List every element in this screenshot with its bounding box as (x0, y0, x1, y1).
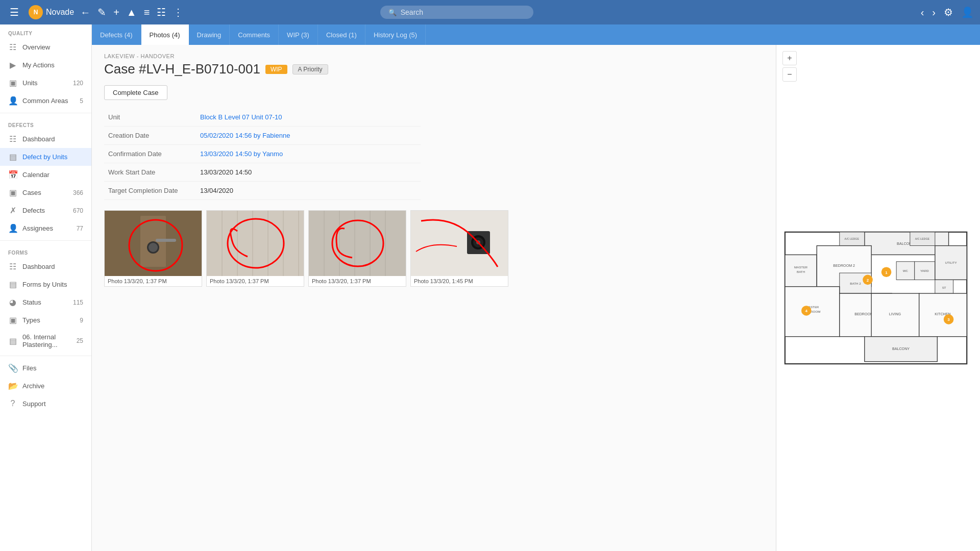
table-row-creation: Creation Date 05/02/2020 14:56 by Fabien… (104, 127, 421, 145)
sidebar-item-internal-plastering[interactable]: ▤ 06. Internal Plastering... 25 (0, 329, 91, 353)
types-icon: ▣ (8, 315, 17, 325)
files-icon: 📎 (8, 363, 17, 373)
defects-icon: ✗ (8, 206, 17, 215)
topbar-actions: ← ✎ + ▲ ≡ ☷ ⋮ (80, 6, 183, 18)
archive-icon: 📂 (8, 381, 17, 391)
back-icon[interactable]: ← (80, 7, 90, 18)
badge-wip: WIP (265, 65, 287, 74)
photo-thumb-2 (207, 211, 304, 276)
creation-date-value[interactable]: 05/02/2020 14:56 by Fabienne (200, 132, 290, 139)
tab-wip[interactable]: WIP (3) (279, 24, 318, 45)
zoom-out-button[interactable]: − (782, 67, 797, 82)
sidebar-item-forms-by-units[interactable]: ▤ Forms by Units (0, 276, 91, 293)
photo-item-3[interactable]: Photo 13/3/20, 1:37 PM (308, 210, 406, 287)
user-icon[interactable]: 👤 (961, 6, 974, 18)
svg-text:BEDROOM 2: BEDROOM 2 (833, 264, 855, 268)
types-count: 9 (80, 317, 83, 324)
photo-caption-4: Photo 13/3/20, 1:45 PM (411, 276, 508, 286)
svg-text:3: 3 (947, 317, 950, 322)
sidebar-item-assignees[interactable]: 👤 Assignees 77 (0, 219, 91, 237)
photo-item-4[interactable]: Photo 13/3/20, 1:45 PM (410, 210, 508, 287)
sidebar-item-forms-dashboard[interactable]: ☷ Dashboard (0, 258, 91, 276)
sidebar-item-common-areas[interactable]: 👤 Common Areas 5 (0, 92, 91, 110)
tab-drawing[interactable]: Drawing (189, 24, 230, 45)
confirmation-date-value[interactable]: 13/03/2020 14:50 by Yanmo (200, 150, 283, 158)
sidebar-item-files[interactable]: 📎 Files (0, 359, 91, 377)
sidebar-item-overview[interactable]: ☷ Overview (0, 38, 91, 56)
photo-item-1[interactable]: Photo 13/3/20, 1:37 PM (104, 210, 202, 287)
svg-text:YARD: YARD (920, 269, 929, 272)
status-icon: ◕ (8, 297, 17, 307)
logo-icon: N (29, 5, 43, 19)
photo-item-2[interactable]: Photo 13/3/20, 1:37 PM (206, 210, 304, 287)
svg-text:2: 2 (867, 278, 869, 283)
photo-caption-3: Photo 13/3/20, 1:37 PM (309, 276, 406, 286)
sidebar: QUALITY ☷ Overview ▶ My Actions ▣ Units … (0, 24, 92, 551)
sidebar-item-defect-dashboard[interactable]: ☷ Dashboard (0, 130, 91, 148)
sidebar-item-units[interactable]: ▣ Units 120 (0, 74, 91, 92)
sidebar-label-defect-by-units: Defect by Units (22, 153, 83, 161)
main-layout: QUALITY ☷ Overview ▶ My Actions ▣ Units … (0, 24, 980, 551)
content-area: LAKEVIEW - HANDOVER Case #LV-H_E-B0710-0… (92, 45, 980, 551)
units-count: 120 (73, 80, 83, 87)
confirmation-date-label: Confirmation Date (104, 145, 196, 163)
sidebar-item-defects[interactable]: ✗ Defects 670 (0, 202, 91, 219)
target-completion-value: 13/04/2020 (196, 182, 421, 200)
tab-photos[interactable]: Photos (4) (141, 24, 189, 45)
sidebar-label-calendar: Calendar (22, 171, 83, 179)
unit-value[interactable]: Block B Level 07 Unit 07-10 (200, 113, 282, 121)
edit-icon[interactable]: ✎ (97, 6, 106, 18)
common-areas-count: 5 (80, 97, 83, 105)
target-completion-label: Target Completion Date (104, 182, 196, 200)
sidebar-item-archive[interactable]: 📂 Archive (0, 377, 91, 395)
svg-rect-6 (207, 211, 304, 276)
upload-icon[interactable]: ▲ (127, 7, 137, 18)
filter-icon[interactable]: ≡ (144, 7, 150, 18)
zoom-in-button[interactable]: + (782, 51, 797, 65)
sidebar-divider-3 (0, 356, 91, 356)
defects-section-title: DEFECTS (0, 116, 91, 130)
quality-section-title: QUALITY (0, 24, 91, 38)
plastering-count: 25 (77, 337, 83, 344)
menu-icon[interactable]: ☰ (6, 6, 22, 18)
work-start-value: 13/03/2020 14:50 (196, 163, 421, 182)
assignees-count: 77 (77, 225, 83, 232)
nav-prev-icon[interactable]: ‹ (921, 7, 924, 18)
svg-text:BATH: BATH (797, 270, 805, 273)
svg-text:A/C LEDGE: A/C LEDGE (915, 237, 930, 240)
sidebar-item-calendar[interactable]: 📅 Calendar (0, 166, 91, 184)
svg-text:4: 4 (805, 309, 808, 314)
complete-case-button[interactable]: Complete Case (104, 85, 167, 100)
photo-thumb-3 (309, 211, 406, 276)
tab-comments[interactable]: Comments (230, 24, 279, 45)
sidebar-item-cases[interactable]: ▣ Cases 366 (0, 184, 91, 202)
floorplan-panel: + − BALCONY A/C LEDGE A/C LEDGE (776, 45, 980, 551)
floorplan-controls: + − (782, 51, 797, 82)
sidebar-item-types[interactable]: ▣ Types 9 (0, 311, 91, 329)
assignees-icon: 👤 (8, 223, 17, 233)
settings-icon[interactable]: ⚙ (944, 6, 953, 18)
sidebar-label-forms-dashboard: Dashboard (22, 263, 83, 270)
tab-history[interactable]: History Log (5) (365, 24, 426, 45)
sidebar-item-status[interactable]: ◕ Status 115 (0, 293, 91, 311)
add-icon[interactable]: + (113, 7, 119, 18)
table-row-target: Target Completion Date 13/04/2020 (104, 182, 421, 200)
units-icon: ▣ (8, 78, 17, 88)
tab-defects[interactable]: Defects (4) (92, 24, 141, 45)
sidebar-item-my-actions[interactable]: ▶ My Actions (0, 56, 91, 74)
sidebar-item-defect-by-units[interactable]: ▤ Defect by Units (0, 148, 91, 166)
search-input[interactable] (401, 8, 525, 16)
svg-text:UTILITY: UTILITY (945, 261, 957, 264)
sidebar-label-status: Status (22, 298, 68, 306)
search-bar[interactable]: 🔍 (380, 6, 533, 19)
logo: N Novade (29, 5, 74, 19)
more-icon[interactable]: ⋮ (173, 6, 183, 18)
grid-icon[interactable]: ☷ (157, 6, 166, 18)
tab-closed[interactable]: Closed (1) (318, 24, 365, 45)
sidebar-item-support[interactable]: ? Support (0, 395, 91, 412)
nav-next-icon[interactable]: › (932, 7, 936, 18)
svg-text:A/C LEDGE: A/C LEDGE (845, 237, 860, 240)
sidebar-label-files: Files (22, 364, 83, 372)
case-title: Case #LV-H_E-B0710-001 (104, 61, 260, 77)
sidebar-label-plastering: 06. Internal Plastering... (22, 333, 71, 348)
